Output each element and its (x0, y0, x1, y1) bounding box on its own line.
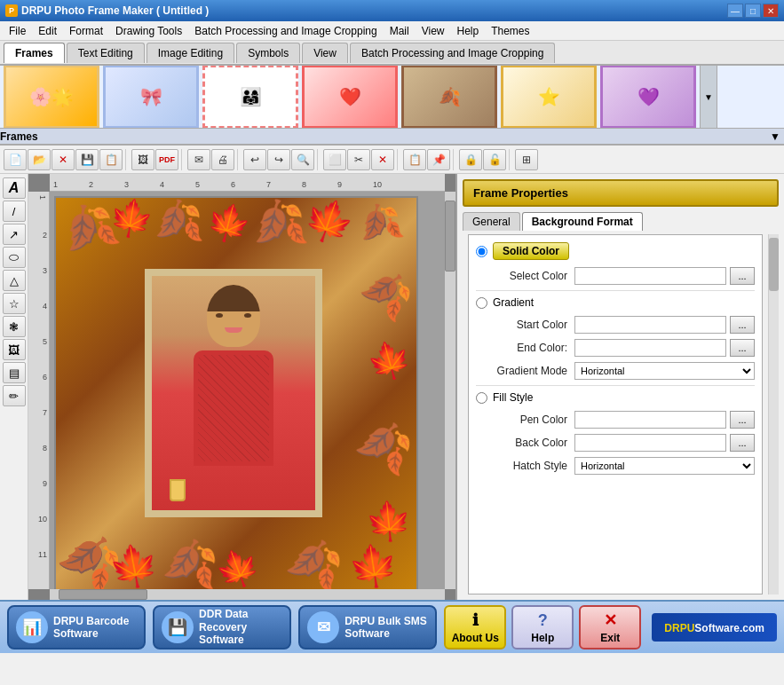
props-tabs: General Background Format (457, 212, 784, 231)
close-button[interactable]: ✕ (763, 4, 779, 18)
recovery-app-btn[interactable]: 💾 DDR Data Recovery Software (153, 605, 291, 650)
frame-thumb-3[interactable]: 👨‍👩‍👧 (202, 66, 298, 128)
exit-btn[interactable]: ✕ Exit (579, 605, 641, 650)
canvas-vscroll[interactable] (445, 192, 455, 589)
barcode-tool[interactable]: ▤ (3, 362, 26, 383)
tab-image-editing[interactable]: Image Editing (147, 43, 234, 63)
back-color-btn[interactable]: ... (730, 434, 755, 452)
canvas-hscroll[interactable] (50, 589, 445, 600)
maximize-button[interactable]: □ (745, 4, 761, 18)
recovery-app-line2: Software (199, 634, 282, 646)
undo-button[interactable]: ↩ (243, 149, 266, 170)
unlock-button[interactable]: 🔓 (483, 149, 506, 170)
arrow-tool[interactable]: ↗ (3, 224, 26, 245)
frame-thumb-5[interactable]: 🍂 (401, 66, 497, 128)
fill-style-radio[interactable] (476, 392, 487, 404)
app-icon: P (5, 4, 18, 17)
frames-collapse-btn[interactable]: ▼ (770, 130, 780, 143)
tab-frames[interactable]: Frames (4, 43, 65, 63)
image-tool[interactable]: 🖼 (3, 339, 26, 360)
triangle-tool[interactable]: △ (3, 270, 26, 291)
star-tool[interactable]: ☆ (3, 293, 26, 314)
solid-color-label[interactable]: Solid Color (493, 242, 569, 260)
menu-edit[interactable]: Edit (33, 23, 62, 39)
props-tab-general[interactable]: General (463, 212, 520, 231)
end-color-box[interactable] (574, 339, 726, 357)
frame-thumb-6[interactable]: ⭐ (501, 66, 597, 128)
pencil-tool[interactable]: ✏ (3, 385, 26, 406)
tab-batch[interactable]: Batch Processing and Image Cropping (350, 43, 555, 63)
text-tool[interactable]: A (3, 177, 26, 199)
props-tab-background[interactable]: Background Format (522, 212, 643, 231)
start-color-btn[interactable]: ... (730, 316, 755, 334)
paste-button[interactable]: 📌 (427, 149, 450, 170)
undo-frame-button[interactable]: 🖼 (131, 149, 154, 170)
email-button[interactable]: ✉ (187, 149, 210, 170)
divider2 (476, 385, 755, 386)
gradient-radio[interactable] (476, 297, 487, 309)
sms-app-btn[interactable]: ✉ DRPU Bulk SMS Software (298, 605, 437, 650)
hatch-style-select[interactable]: Horizontal Vertical Cross (574, 457, 755, 475)
frame-thumb-1[interactable]: 🌸🌟 (4, 66, 99, 128)
back-color-label: Back Color (490, 437, 574, 449)
props-scrollbar[interactable] (768, 234, 779, 594)
zoom-button[interactable]: 🔍 (291, 149, 314, 170)
menu-format[interactable]: Format (64, 23, 108, 39)
frames-scroll-down[interactable]: ▼ (700, 66, 717, 128)
special-shape-tool[interactable]: ❃ (3, 316, 26, 337)
canvas-frame-image[interactable]: 🍂 🍁 🍂 🍁 🍂 🍁 🍂 🍂 🍁 🍂 🍁 🍂 🍁 🍂 🍁 🍂 🍁 (54, 196, 418, 589)
bottom-bar: 📊 DRPU Barcode Software 💾 DDR Data Recov… (0, 600, 784, 653)
end-color-label: End Color: (490, 342, 574, 354)
ellipse-tool[interactable]: ⬭ (3, 247, 26, 268)
pen-color-box[interactable] (574, 411, 726, 429)
canvas-content[interactable]: 🍂 🍁 🍂 🍁 🍂 🍁 🍂 🍂 🍁 🍂 🍁 🍂 🍁 🍂 🍁 🍂 🍁 (50, 192, 445, 589)
menu-help[interactable]: Help (451, 23, 484, 39)
save-button[interactable]: 💾 (75, 149, 99, 170)
back-color-box[interactable] (574, 434, 726, 452)
end-color-btn[interactable]: ... (730, 339, 755, 357)
pdf-button[interactable]: PDF (155, 149, 178, 170)
sep3 (237, 149, 241, 170)
exit-label: Exit (600, 632, 620, 644)
crop-button[interactable]: ✂ (347, 149, 370, 170)
grid-button[interactable]: ⊞ (515, 149, 538, 170)
frame-thumb-4[interactable]: ❤️ (302, 66, 398, 128)
exit-icon: ✕ (604, 610, 617, 630)
solid-color-radio[interactable] (476, 246, 487, 257)
gradient-mode-select[interactable]: Horizontal Vertical Diagonal (574, 362, 755, 380)
menu-view[interactable]: View (416, 23, 450, 39)
select-color-btn[interactable]: ... (730, 267, 755, 285)
menu-themes[interactable]: Themes (486, 23, 535, 39)
redo-button[interactable]: ↪ (267, 149, 290, 170)
tab-view[interactable]: View (302, 43, 348, 63)
tab-text-editing[interactable]: Text Editing (67, 43, 145, 63)
frame-thumb-7[interactable]: 💜 (600, 66, 696, 128)
new-button[interactable]: 📄 (4, 149, 27, 170)
copy-button[interactable]: 📋 (403, 149, 426, 170)
close-doc-button[interactable]: ✕ (51, 149, 75, 170)
start-color-box[interactable] (574, 316, 726, 334)
about-btn[interactable]: ℹ About Us (444, 605, 506, 650)
tab-symbols[interactable]: Symbols (236, 43, 300, 63)
lock-button[interactable]: 🔒 (459, 149, 482, 170)
select-color-box[interactable] (574, 267, 726, 285)
title-bar-controls[interactable]: — □ ✕ (727, 4, 779, 18)
minimize-button[interactable]: — (727, 4, 743, 18)
menu-file[interactable]: File (4, 23, 31, 39)
menu-mail[interactable]: Mail (384, 23, 415, 39)
print-button[interactable]: 🖨 (211, 149, 234, 170)
tab-bar: Frames Text Editing Image Editing Symbol… (0, 41, 784, 66)
line-tool[interactable]: / (3, 201, 26, 222)
menu-batch[interactable]: Batch Processing and Image Cropping (189, 23, 382, 39)
frame-thumb-2[interactable]: 🎀 (103, 66, 199, 128)
help-btn[interactable]: ? Help (511, 605, 574, 650)
menu-drawing-tools[interactable]: Drawing Tools (110, 23, 187, 39)
barcode-app-btn[interactable]: 📊 DRPU Barcode Software (7, 605, 146, 650)
props-panel: Frame Properties General Background Form… (455, 174, 784, 600)
save-as-button[interactable]: 📋 (99, 149, 123, 170)
delete-button[interactable]: ✕ (371, 149, 394, 170)
select-button[interactable]: ⬜ (323, 149, 346, 170)
pen-color-btn[interactable]: ... (730, 411, 755, 429)
open-button[interactable]: 📂 (28, 149, 51, 170)
main-area: A / ↗ ⬭ △ ☆ ❃ 🖼 ▤ ✏ 1 2 3 4 5 6 7 8 9 10… (0, 174, 784, 600)
